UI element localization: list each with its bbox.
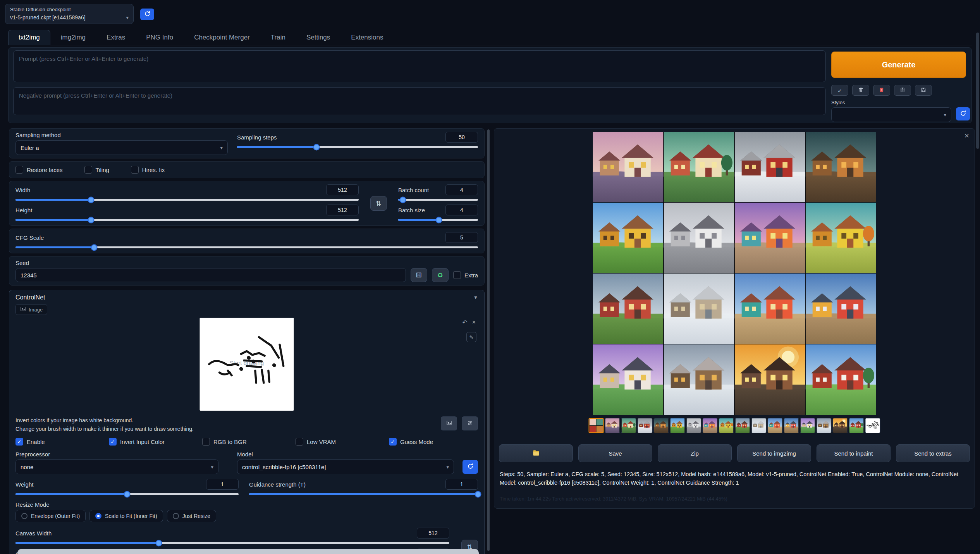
- gallery-image-15[interactable]: [735, 344, 805, 415]
- send-to-inpaint-button[interactable]: Send to inpaint: [817, 444, 891, 462]
- undo-button[interactable]: ↶: [462, 319, 467, 326]
- batch-count-slider[interactable]: Batch count: [398, 184, 478, 202]
- script-section-collapsed[interactable]: [17, 549, 479, 554]
- canvas-settings-button[interactable]: [462, 416, 478, 430]
- thumbnail-10[interactable]: [751, 418, 767, 433]
- guidance-strength-t-value-input[interactable]: [445, 479, 478, 490]
- thumbnail-6[interactable]: [686, 418, 701, 433]
- gallery-image-13[interactable]: [593, 344, 664, 415]
- thumbnail-13[interactable]: [800, 418, 815, 433]
- slider-handle[interactable]: [91, 244, 97, 251]
- width-value-input[interactable]: [326, 184, 359, 195]
- just-resize-radio[interactable]: Just Resize: [167, 510, 216, 522]
- refresh-checkpoint-button[interactable]: [140, 9, 154, 20]
- refresh-models-button[interactable]: [462, 460, 478, 474]
- thumbnail-12[interactable]: [784, 418, 799, 433]
- slider-handle[interactable]: [155, 540, 162, 546]
- styles-dropdown[interactable]: ▾: [831, 107, 951, 122]
- guess-mode-checkbox[interactable]: ✓Guess Mode: [389, 438, 433, 446]
- tiling-checkbox[interactable]: Tiling: [84, 166, 109, 174]
- preprocessor-dropdown[interactable]: none ▾: [15, 459, 218, 474]
- invert-input-color-checkbox[interactable]: ✓Invert Input Color: [109, 438, 202, 446]
- swap-dimensions-button[interactable]: ⇅: [370, 196, 387, 211]
- canvas-width-value-input[interactable]: [417, 528, 449, 539]
- gallery-image-1[interactable]: [593, 132, 664, 202]
- thumbnail-grid[interactable]: [589, 418, 604, 433]
- slider-handle[interactable]: [475, 491, 481, 497]
- enable-checkbox[interactable]: ✓Enable: [15, 438, 109, 446]
- zip-button[interactable]: Zip: [658, 444, 732, 462]
- gallery-image-12[interactable]: [806, 274, 876, 344]
- thumbnail-15[interactable]: [833, 418, 848, 433]
- slider-handle[interactable]: [124, 491, 131, 497]
- tab-txt2img[interactable]: txt2img: [8, 30, 50, 45]
- low-vram-checkbox[interactable]: Low VRAM: [296, 438, 389, 446]
- thumbnail-8[interactable]: [719, 418, 734, 433]
- style-card-button[interactable]: [873, 85, 890, 96]
- generate-button[interactable]: Generate: [831, 52, 966, 78]
- thumbnail-7[interactable]: [703, 418, 718, 433]
- thumbnail-1[interactable]: [605, 418, 620, 433]
- hires-fix-checkbox[interactable]: Hires. fix: [131, 166, 165, 174]
- controlnet-header[interactable]: ControlNet ▼: [15, 294, 478, 301]
- send-to-extras-button[interactable]: Send to extras: [896, 444, 970, 462]
- collapse-icon[interactable]: ▼: [473, 295, 478, 300]
- gallery-image-3[interactable]: [735, 132, 805, 202]
- gallery-image-2[interactable]: [664, 132, 734, 202]
- model-dropdown[interactable]: control_scribble-fp16 [c508311e] ▾: [237, 459, 454, 474]
- height-value-input[interactable]: [326, 205, 359, 215]
- save-style-button[interactable]: [915, 85, 932, 96]
- gallery-image-9[interactable]: [593, 274, 664, 344]
- weight-value-input[interactable]: [206, 479, 239, 490]
- thumbnail-9[interactable]: [735, 418, 750, 433]
- height-slider[interactable]: Height: [15, 205, 359, 222]
- thumbnail-14[interactable]: [817, 418, 832, 433]
- envelope-outer-fit-radio[interactable]: Envelope (Outer Fit): [15, 510, 86, 522]
- slider-track[interactable]: [249, 493, 478, 495]
- tab-checkpoint-merger[interactable]: Checkpoint Merger: [184, 30, 260, 45]
- rgb-to-bgr-checkbox[interactable]: RGB to BGR: [202, 438, 296, 446]
- slider-track[interactable]: [15, 493, 239, 495]
- slider-track[interactable]: [15, 219, 359, 221]
- refresh-styles-button[interactable]: [956, 107, 970, 120]
- batch-size-value-input[interactable]: [445, 205, 478, 215]
- reuse-seed-button[interactable]: ♻: [432, 268, 449, 282]
- thumbnail-16[interactable]: [849, 418, 864, 433]
- brush-button[interactable]: ✎: [466, 332, 476, 342]
- seed-input[interactable]: [15, 268, 406, 282]
- gallery-image-4[interactable]: [806, 132, 876, 202]
- gallery-image-11[interactable]: [735, 274, 805, 344]
- tab-extensions[interactable]: Extensions: [340, 30, 394, 45]
- restore-faces-checkbox[interactable]: Restore faces: [15, 166, 63, 174]
- random-seed-button[interactable]: ⚄: [411, 268, 427, 282]
- gallery-image-7[interactable]: [735, 203, 805, 273]
- slider-track[interactable]: [398, 219, 478, 221]
- batch-count-value-input[interactable]: [445, 184, 478, 195]
- tab-train[interactable]: Train: [260, 30, 296, 45]
- thumbnail-4[interactable]: [654, 418, 669, 433]
- gallery-image-5[interactable]: [593, 203, 664, 273]
- tab-extras[interactable]: Extras: [96, 30, 136, 45]
- paste-button[interactable]: ↙: [831, 85, 848, 96]
- checkpoint-dropdown[interactable]: v1-5-pruned.ckpt [e1441589a6] ▾: [10, 14, 129, 21]
- thumbnail-11[interactable]: [768, 418, 783, 433]
- tab-png-info[interactable]: PNG Info: [136, 30, 184, 45]
- batch-size-slider[interactable]: Batch size: [398, 205, 478, 222]
- save-button[interactable]: Save: [578, 444, 652, 462]
- prompt-input[interactable]: [13, 50, 826, 82]
- thumbnail-scribble[interactable]: [865, 418, 880, 433]
- slider-handle[interactable]: [88, 196, 94, 203]
- slider-handle[interactable]: [313, 144, 320, 150]
- clear-canvas-button[interactable]: ×: [472, 319, 476, 326]
- open-folder-button[interactable]: [499, 444, 573, 462]
- width-slider[interactable]: Width: [15, 184, 359, 202]
- gallery-image-6[interactable]: [664, 203, 734, 273]
- close-gallery-button[interactable]: ×: [965, 131, 969, 140]
- left-panel-scrollbar[interactable]: [487, 129, 490, 551]
- thumbnail-2[interactable]: [621, 418, 636, 433]
- gallery-image-14[interactable]: [664, 344, 734, 415]
- page-scrollbar[interactable]: [976, 33, 979, 149]
- apply-style-button[interactable]: [894, 85, 911, 96]
- tab-img2img[interactable]: img2img: [50, 30, 96, 45]
- tab-settings[interactable]: Settings: [296, 30, 340, 45]
